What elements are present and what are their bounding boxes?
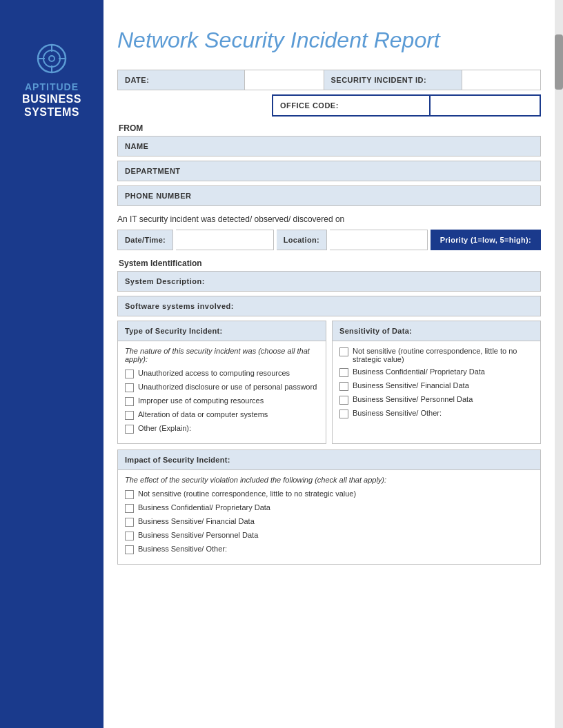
list-item: Business Sensitive/ Personnel Data <box>339 395 533 405</box>
type-of-incident-subtext: The nature of this security incident was… <box>125 347 319 363</box>
list-item: Improper use of computing resources <box>125 396 319 406</box>
checkbox-other-sensitivity[interactable] <box>339 410 348 418</box>
list-item: Other (Explain): <box>125 424 319 434</box>
list-item: Not sensitive (routine correspondence, l… <box>125 489 533 499</box>
checkbox-personnel[interactable] <box>339 396 348 405</box>
software-systems-field[interactable]: Software systems involved: <box>117 296 541 316</box>
list-item: Business Sensitive/ Other: <box>125 545 533 554</box>
datetime-label: Date/Time: <box>117 230 173 250</box>
checkbox-impact-financial[interactable] <box>125 518 134 527</box>
checkbox-improper-use[interactable] <box>125 397 134 406</box>
checkbox-unauthorized-disclosure[interactable] <box>125 383 134 392</box>
checkbox-label: Business Confidential/ Proprietary Data <box>138 503 270 512</box>
list-item: Unauthorized disclosure or use of person… <box>125 383 319 392</box>
checkbox-confidential[interactable] <box>339 368 348 377</box>
list-item: Business Confidential/ Proprietary Data <box>125 503 533 513</box>
sensitivity-content: Not sensitive (routine correspondence, l… <box>333 341 540 428</box>
location-label: Location: <box>277 230 327 250</box>
checkbox-impact-personnel[interactable] <box>125 532 134 540</box>
scrollbar[interactable] <box>555 0 563 728</box>
checkbox-label: Unauthorized disclosure or use of person… <box>138 383 317 391</box>
page-title: Network Security Incident Report <box>117 28 541 53</box>
checkbox-label: Business Sensitive/ Personnel Data <box>353 395 473 403</box>
checkbox-impact-other[interactable] <box>125 545 134 554</box>
system-identification-label: System Identification <box>117 259 541 268</box>
checkbox-label: Business Sensitive/ Other: <box>353 409 442 417</box>
sidebar-brand-business: BUSINESSSYSTEMS <box>22 92 81 119</box>
checkbox-financial[interactable] <box>339 382 348 391</box>
checkbox-alteration[interactable] <box>125 411 134 420</box>
checkbox-label: Alteration of data or computer systems <box>138 410 268 418</box>
impact-header: Impact of Security Incident: <box>118 450 540 470</box>
dlp-row: Date/Time: Location: Priority (1=low, 5=… <box>117 230 541 250</box>
date-label: DATE: <box>117 70 245 90</box>
phone-field[interactable]: PHONE NUMBER <box>117 185 541 206</box>
list-item: Business Sensitive/ Financial Data <box>339 381 533 391</box>
checkbox-label: Not sensitive (routine correspondence, l… <box>138 489 356 498</box>
sidebar-brand-aptitude: APTITUDE <box>25 81 79 92</box>
priority-button[interactable]: Priority (1=low, 5=high): <box>431 230 541 250</box>
checkbox-label: Business Confidential/ Proprietary Data <box>353 367 485 376</box>
checkbox-label: Unauthorized access to computing resourc… <box>138 369 290 377</box>
checkbox-label: Business Sensitive/ Personnel Data <box>138 531 258 539</box>
office-code-row: OFFICE CODE: <box>117 94 541 117</box>
checkbox-label: Not sensitive (routine correspondence, l… <box>353 347 533 363</box>
name-field[interactable]: NAME <box>117 136 541 156</box>
from-label: FROM <box>117 123 541 133</box>
checkbox-label: Other (Explain): <box>138 424 191 432</box>
scrollbar-thumb[interactable] <box>555 34 563 90</box>
location-input[interactable] <box>330 230 428 250</box>
type-of-incident-content: The nature of this security incident was… <box>118 341 326 443</box>
type-of-incident-header: Type of Security Incident: <box>118 321 326 341</box>
impact-content: The effect of the security violation inc… <box>118 470 540 564</box>
list-item: Business Sensitive/ Other: <box>339 409 533 418</box>
list-item: Not sensitive (routine correspondence, l… <box>339 347 533 363</box>
system-description-field[interactable]: System Description: <box>117 271 541 292</box>
list-item: Unauthorized access to computing resourc… <box>125 369 319 378</box>
list-item: Business Confidential/ Proprietary Data <box>339 367 533 377</box>
security-id-input[interactable] <box>462 70 542 90</box>
impact-subtext: The effect of the security violation inc… <box>125 476 533 484</box>
department-field[interactable]: DEPARTMENT <box>117 161 541 181</box>
main-content: Network Security Incident Report DATE: S… <box>103 0 555 584</box>
security-id-label: SECURITY INCIDENT ID: <box>324 70 462 90</box>
svg-point-2 <box>49 56 55 61</box>
checkbox-other-incident[interactable] <box>125 425 134 434</box>
two-col-section: Type of Security Incident: The nature of… <box>117 321 541 444</box>
office-code-input[interactable] <box>431 94 541 117</box>
checkbox-label: Improper use of computing resources <box>138 396 264 405</box>
list-item: Alteration of data or computer systems <box>125 410 319 420</box>
date-security-row: DATE: SECURITY INCIDENT ID: <box>117 70 541 90</box>
checkbox-unauthorized-access[interactable] <box>125 370 134 378</box>
type-of-incident-section: Type of Security Incident: The nature of… <box>117 321 326 444</box>
checkbox-not-sensitive[interactable] <box>339 347 348 356</box>
checkbox-label: Business Sensitive/ Financial Data <box>138 517 255 525</box>
impact-section: Impact of Security Incident: The effect … <box>117 449 541 565</box>
svg-point-1 <box>43 50 60 67</box>
detected-text: An IT security incident was detected/ ob… <box>117 214 541 224</box>
list-item: Business Sensitive/ Personnel Data <box>125 531 533 540</box>
date-input[interactable] <box>245 70 324 90</box>
target-icon <box>34 41 69 76</box>
checkbox-label: Business Sensitive/ Financial Data <box>353 381 469 390</box>
checkbox-label: Business Sensitive/ Other: <box>138 545 227 553</box>
list-item: Business Sensitive/ Financial Data <box>125 517 533 527</box>
sensitivity-header: Sensitivity of Data: <box>333 321 540 341</box>
office-code-label: OFFICE CODE: <box>272 94 431 117</box>
datetime-input[interactable] <box>176 230 274 250</box>
sidebar: APTITUDE BUSINESSSYSTEMS <box>0 0 103 728</box>
checkbox-impact-not-sensitive[interactable] <box>125 490 134 499</box>
checkbox-impact-confidential[interactable] <box>125 504 134 513</box>
sensitivity-section: Sensitivity of Data: Not sensitive (rout… <box>332 321 541 444</box>
